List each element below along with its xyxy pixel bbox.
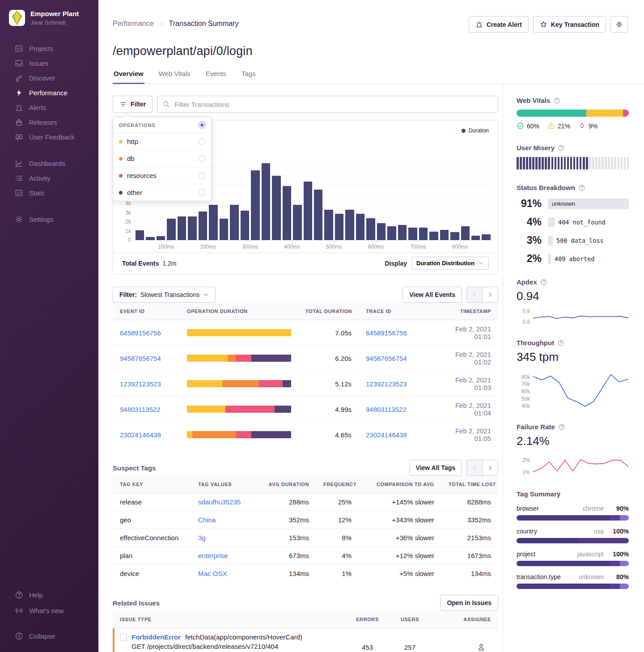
trace-id-link[interactable]: 12392123523 [359,375,432,393]
sidebar-item-user-feedback[interactable]: User Feedback [0,130,98,144]
histogram-bar[interactable] [377,223,386,240]
histogram-bar[interactable] [387,226,396,240]
tag-value-link[interactable]: sdaufhu35235 [191,493,260,511]
histogram-bar[interactable] [482,234,490,240]
histogram-bar[interactable] [209,205,217,240]
issue-checkbox[interactable] [120,634,127,641]
tag-summary-row[interactable]: browserchrome90% [517,505,629,521]
operation-option-radio[interactable] [199,155,205,162]
histogram-bar[interactable] [314,190,322,240]
tag-summary-row[interactable]: projectjavascript100% [517,550,629,566]
operation-option-other[interactable]: other [113,184,211,201]
settings-button[interactable] [610,16,628,33]
histogram-bar[interactable] [283,186,291,240]
operation-option-db[interactable]: db [113,150,211,167]
sidebar-item-stats[interactable]: Stats [0,186,98,200]
search-input[interactable] [174,101,492,108]
sidebar-item-performance[interactable]: Performance [0,85,98,100]
histogram-bar[interactable] [429,232,438,240]
chart-legend[interactable]: Duration [462,127,489,134]
issue-row[interactable]: ForbiddenError fetchData(app/components/… [113,628,498,652]
events-filter-select[interactable]: Filter: Slowest Transactions [113,287,216,303]
display-select[interactable]: Duration Distribution [411,257,489,270]
trace-id-link[interactable]: 94587656754 [359,350,432,367]
operation-option-radio[interactable] [199,172,205,179]
question-icon[interactable] [558,423,565,431]
view-all-tags-button[interactable]: View All Tags [409,460,462,476]
tag-value-link[interactable]: enterprise [191,547,260,564]
sidebar-item-releases[interactable]: Releases [0,115,98,130]
histogram-bar[interactable] [146,237,154,240]
histogram-bar[interactable] [345,210,354,240]
histogram-bar[interactable] [471,236,480,240]
histogram-bar[interactable] [167,219,175,240]
sidebar-item-dashboards[interactable]: Dashboards [0,156,98,171]
trace-id-link[interactable]: 64589156756 [359,324,432,342]
breadcrumb-section[interactable]: Performance [113,20,154,28]
issue-assignee[interactable] [431,638,498,652]
question-icon[interactable] [578,184,585,191]
histogram-bar[interactable] [398,225,407,240]
operation-option-http[interactable]: http [113,133,211,150]
tab-events[interactable]: Events [205,70,227,84]
histogram-bar[interactable] [199,212,207,240]
histogram-bar[interactable] [356,214,364,240]
view-all-events-button[interactable]: View All Events [402,287,462,303]
question-icon[interactable] [553,97,560,104]
pager-prev-button[interactable] [466,460,483,476]
tab-web-vitals[interactable]: Web Vitals [158,70,191,84]
operation-option-radio[interactable] [199,138,205,145]
histogram-bar[interactable] [440,230,449,240]
filter-button[interactable]: Filter [113,96,153,113]
open-in-issues-button[interactable]: Open in Issues [440,595,498,611]
histogram-bar[interactable] [188,216,196,240]
sidebar-item-projects[interactable]: Projects [0,41,98,56]
histogram-bar[interactable] [262,163,270,240]
event-id-link[interactable]: 94587656754 [113,350,180,367]
sidebar-item-what-s-new[interactable]: What's new [0,603,98,618]
sidebar-item-settings[interactable]: Settings [0,212,98,227]
trace-id-link[interactable]: 23024146438 [359,426,432,444]
operations-dropdown-header[interactable]: OPERATIONS [113,117,211,133]
sidebar-item-alerts[interactable]: Alerts [0,100,98,115]
trace-id-link[interactable]: 94803113522 [359,401,432,418]
pager-next-button[interactable] [482,460,498,476]
histogram-bar[interactable] [178,216,186,240]
pager-prev-button[interactable] [466,287,483,303]
sidebar-item-activity[interactable]: Activity [0,171,98,186]
pager-next-button[interactable] [482,287,498,303]
tab-tags[interactable]: Tags [241,70,257,84]
histogram-bar[interactable] [230,205,238,240]
sidebar-item-collapse[interactable]: Collapse [0,628,98,644]
question-icon[interactable] [557,339,564,347]
tag-summary-row[interactable]: countryusa100% [517,528,629,543]
sidebar-item-issues[interactable]: Issues [0,56,98,71]
histogram-bar[interactable] [335,214,343,240]
operation-option-radio[interactable] [199,189,205,196]
tag-value-link[interactable]: China [191,511,260,529]
operation-option-resources[interactable]: resources [113,167,211,184]
sidebar-item-help[interactable]: Help [0,587,98,603]
tab-overview[interactable]: Overview [113,70,144,84]
question-icon[interactable] [558,144,565,152]
key-transaction-button[interactable]: Key Transaction [533,16,606,33]
tag-summary-row[interactable]: transaction.typeunknown80% [517,573,629,589]
event-id-link[interactable]: 12392123523 [113,375,180,393]
tag-value-link[interactable]: 3g [191,529,260,546]
histogram-bar[interactable] [157,236,165,240]
create-alert-button[interactable]: Create Alert [469,16,529,33]
org-switcher[interactable]: Empower Plant Jane Schmidt [0,0,98,26]
event-id-link[interactable]: 23024146438 [113,426,180,444]
histogram-bar[interactable] [324,210,333,240]
histogram-bar[interactable] [272,176,280,240]
issue-type-link[interactable]: ForbiddenError [131,633,181,641]
histogram-bar[interactable] [366,218,375,240]
histogram-bar[interactable] [293,205,301,240]
sidebar-item-discover[interactable]: Discover [0,71,98,85]
histogram-bar[interactable] [251,170,259,240]
event-id-link[interactable]: 94803113522 [113,401,180,418]
question-icon[interactable] [540,279,547,286]
histogram-bar[interactable] [461,226,470,240]
histogram-bar[interactable] [220,219,228,240]
histogram-bar[interactable] [408,228,417,240]
